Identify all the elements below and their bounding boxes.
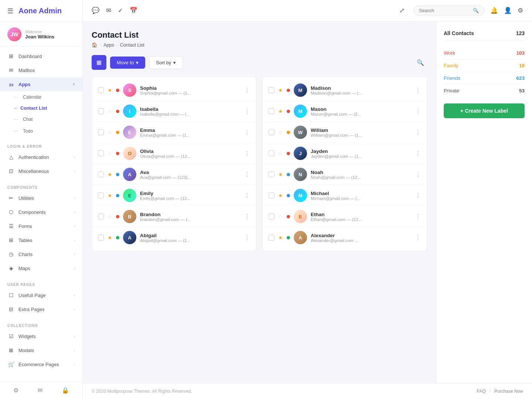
contact-star-icon[interactable]: ☆ [278,129,283,135]
sort-by-button[interactable]: Sort by ▾ [149,56,183,69]
expand-icon[interactable]: ⤢ [399,7,405,14]
sidebar-item-dashboard[interactable]: ⊞ Dashboard [0,49,82,63]
sidebar-item-components[interactable]: ⬡ Components › [0,205,82,219]
label-item-private[interactable]: Private 53 [444,85,525,97]
sidebar-item-contact-list[interactable]: → Contact List [0,103,82,113]
contact-row[interactable]: ☆ O Olivia Olivia@gmail.com — (12... ⋮ [92,143,256,164]
sidebar-item-chat[interactable]: ··· Chat [0,113,82,125]
footer-settings-icon[interactable]: ⚙ [13,387,18,394]
contact-row[interactable]: ★ N Noah Noah@gmail.com — (12... ⋮ [263,164,427,185]
contact-row[interactable]: ☆ E Ethan Ethan@gmail.com — (12... ⋮ [263,206,427,227]
email-nav-icon[interactable]: ✉ [106,7,111,14]
move-to-button[interactable]: Move to ▾ [110,57,145,69]
contact-more-icon[interactable]: ⋮ [415,213,421,220]
contact-more-icon[interactable]: ⋮ [244,192,250,199]
sidebar-item-widgets[interactable]: ☑ Widgets › [0,329,82,343]
chat-nav-icon[interactable]: 💬 [92,7,99,14]
search-box[interactable]: 🔍 [413,6,484,16]
contact-row[interactable]: ☆ I Isabella Isabella@gmail.com — (... ⋮ [92,101,256,122]
contact-more-icon[interactable]: ⋮ [244,234,250,241]
contact-more-icon[interactable]: ⋮ [415,108,421,115]
contact-checkbox[interactable] [269,235,274,241]
contact-checkbox[interactable] [98,108,104,114]
contact-checkbox[interactable] [98,235,104,241]
contact-search-icon[interactable]: 🔍 [414,56,427,69]
contact-star-icon[interactable]: ★ [278,171,283,177]
label-item-friends[interactable]: Friends 623 [444,72,525,85]
contact-checkbox[interactable] [269,108,274,114]
notification-icon[interactable]: 🔔 [490,7,498,14]
sidebar-item-modals[interactable]: ⊠ Modals › [0,343,82,357]
sidebar-item-charts[interactable]: ◷ Charts › [0,247,82,261]
contact-checkbox[interactable] [269,150,274,156]
sidebar-item-extra[interactable]: ⊟ Extra Pages › [0,302,82,316]
contact-checkbox[interactable] [269,214,274,219]
contact-more-icon[interactable]: ⋮ [415,87,421,94]
breadcrumb-home[interactable]: 🏠 [92,42,98,48]
contact-more-icon[interactable]: ⋮ [244,87,250,94]
breadcrumb-apps[interactable]: Apps [103,42,114,48]
purchase-link[interactable]: Purchase Now [494,389,523,394]
sidebar-item-useful[interactable]: ☐ Usefull Page › [0,288,82,302]
settings-icon[interactable]: ⚙ [518,7,523,14]
label-item-work[interactable]: Work 103 [444,47,525,59]
contact-more-icon[interactable]: ⋮ [244,129,250,136]
contact-more-icon[interactable]: ⋮ [415,192,421,199]
sidebar-item-tables[interactable]: ⊞ Tables › [0,233,82,247]
calendar-nav-icon[interactable]: 📅 [130,7,137,14]
sidebar-item-apps[interactable]: ⚏ Apps ▾ [0,77,82,91]
sidebar-item-mailbox[interactable]: ✉ Mailbox [0,63,82,77]
contact-more-icon[interactable]: ⋮ [244,171,250,178]
contact-more-icon[interactable]: ⋮ [415,171,421,178]
sidebar-item-maps[interactable]: ◈ Maps › [0,261,82,275]
contact-checkbox[interactable] [98,192,104,198]
contact-more-icon[interactable]: ⋮ [415,234,421,241]
sidebar-item-ecommerce[interactable]: 🛒 Ecommerce Pages › [0,357,82,371]
label-item-family[interactable]: Family 19 [444,59,525,72]
contact-row[interactable]: ★ M Michael Michael@gmail.com — (... ⋮ [263,185,427,206]
contact-checkbox[interactable] [269,129,274,135]
contact-checkbox[interactable] [98,87,104,93]
contact-row[interactable]: ★ M Mason Mason@gmail.com — (2... ⋮ [263,101,427,122]
contact-checkbox[interactable] [269,192,274,198]
contact-checkbox[interactable] [98,214,104,219]
create-label-button[interactable]: + Create New Label [444,103,525,118]
search-input[interactable] [419,8,471,13]
contact-star-icon[interactable]: ★ [278,192,283,198]
contact-more-icon[interactable]: ⋮ [415,129,421,136]
contact-row[interactable]: ★ S Sophia Sophia@gmail.com — (1... ⋮ [92,80,256,101]
contact-row[interactable]: ☆ B Brandon brandon@gmail.com — (... ⋮ [92,206,256,227]
contact-row[interactable]: ☆ E Emma Emma@gmail.com — (1... ⋮ [92,122,256,143]
contact-checkbox[interactable] [98,150,104,156]
sidebar-item-calendar[interactable]: ··· Calendar [0,91,82,103]
faq-link[interactable]: FAQ [477,389,486,394]
grid-view-button[interactable]: ▦ [92,55,106,70]
sidebar-item-authentication[interactable]: △ Authentication › [0,150,82,164]
footer-mail-icon[interactable]: ✉ [38,387,42,394]
contact-row[interactable]: ★ A Alexander Alexander@gmail.com ... ⋮ [263,227,427,248]
contact-checkbox[interactable] [98,171,104,177]
contact-checkbox[interactable] [269,87,274,93]
contact-row[interactable]: ★ M Madison Madison@gmail.com — (... ⋮ [263,80,427,101]
contact-star-icon[interactable]: ☆ [108,214,112,219]
contact-more-icon[interactable]: ⋮ [415,150,421,157]
sidebar-item-miscellaneous[interactable]: ⊡ Miscellaneous › [0,164,82,178]
user-profile-icon[interactable]: 👤 [504,7,512,14]
sidebar-item-utilities[interactable]: ✏ Utilities › [0,191,82,205]
contact-row[interactable]: ★ A Ava Ava@gmail.com — (123)... ⋮ [92,164,256,185]
contact-row[interactable]: ☆ W William William@gmail.com — (1... ⋮ [263,122,427,143]
contact-star-icon[interactable]: ★ [108,87,112,93]
contact-star-icon[interactable]: ☆ [108,129,112,135]
contact-star-icon[interactable]: ★ [278,108,283,114]
contact-checkbox[interactable] [98,129,104,135]
contact-star-icon[interactable]: ☆ [108,108,112,114]
contact-star-icon[interactable]: ★ [108,171,112,177]
check-nav-icon[interactable]: ✓ [118,7,123,14]
hamburger-icon[interactable]: ☰ [7,7,13,15]
contact-row[interactable]: ☆ J Jayden Jayden@gmail.com — (1... ⋮ [263,143,427,164]
contact-star-icon[interactable]: ★ [278,235,283,241]
contact-more-icon[interactable]: ⋮ [244,213,250,220]
contact-more-icon[interactable]: ⋮ [244,108,250,115]
contact-star-icon[interactable]: ★ [278,87,283,93]
contact-more-icon[interactable]: ⋮ [244,150,250,157]
